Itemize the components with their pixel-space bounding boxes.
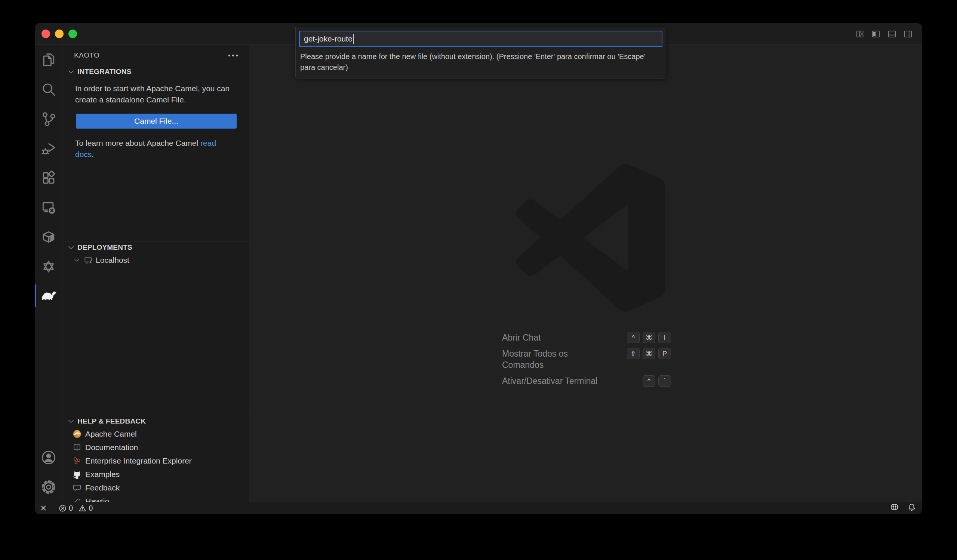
comment-icon (72, 483, 82, 493)
status-bar: 0 0 (35, 502, 922, 514)
toggle-panel-icon[interactable] (887, 29, 897, 39)
shortcut-row: Ativar/Desativar Terminal ^ ` (502, 375, 671, 386)
activity-run-debug[interactable] (35, 134, 62, 163)
account-icon (40, 450, 57, 466)
help-item-documentation[interactable]: Documentation (62, 441, 249, 454)
desktop: KAOTO INTEGRATIONS In order to start wit… (0, 0, 957, 560)
editor-area: Abrir Chat ^ ⌘ I Mostrar Todos os Comand… (250, 45, 922, 502)
layout-controls (855, 29, 922, 39)
notifications-bell-icon[interactable] (907, 502, 917, 514)
book-icon (72, 443, 82, 452)
activity-extensions[interactable] (35, 163, 62, 192)
remote-icon (39, 503, 49, 513)
section-header-label: INTEGRATIONS (77, 68, 131, 76)
help-item-label: Documentation (85, 443, 138, 452)
text-caret (353, 34, 354, 44)
close-button[interactable] (41, 30, 50, 38)
workbench: KAOTO INTEGRATIONS In order to start wit… (35, 45, 922, 502)
deployment-localhost[interactable]: Localhost (62, 254, 249, 267)
section-help-feedback: HELP & FEEDBACK Apache Camel (62, 415, 249, 502)
minimize-button[interactable] (55, 30, 63, 38)
accounts-button[interactable] (35, 443, 62, 472)
tree-item-label: Localhost (96, 256, 129, 265)
files-icon (40, 52, 57, 68)
help-item-label: Examples (85, 470, 120, 479)
sidebar: KAOTO INTEGRATIONS In order to start wit… (62, 45, 250, 502)
shortcut-keys: ^ ` (643, 375, 671, 386)
status-bar-right (889, 502, 922, 514)
learn-more-prefix: To learn more about Apache Camel (75, 139, 201, 147)
activity-search[interactable] (35, 74, 62, 104)
section-deployments-header[interactable]: DEPLOYMENTS (62, 241, 249, 254)
quick-input-value: get-joke-route (304, 35, 352, 43)
shortcut-row: Abrir Chat ^ ⌘ I (502, 332, 671, 343)
activity-containers[interactable] (35, 222, 62, 252)
quick-input-field[interactable]: get-joke-route (299, 31, 662, 47)
watermark-shortcuts: Abrir Chat ^ ⌘ I Mostrar Todos os Comand… (502, 332, 671, 391)
eip-circles-icon (72, 456, 82, 466)
zoom-button[interactable] (68, 30, 77, 38)
hawtio-icon (72, 497, 82, 502)
camel-file-button[interactable]: Camel File... (76, 114, 237, 129)
help-item-label: Enterprise Integration Explorer (85, 456, 192, 465)
section-header-label: HELP & FEEDBACK (77, 417, 146, 426)
shortcut-label: Mostrar Todos os Comandos (502, 348, 600, 371)
activity-source-control[interactable] (35, 104, 62, 134)
activity-bar (35, 45, 62, 502)
section-help-header[interactable]: HELP & FEEDBACK (62, 415, 249, 427)
toggle-secondary-sidebar-icon[interactable] (903, 29, 913, 39)
extensions-icon (40, 170, 57, 186)
containers-icon (40, 229, 57, 245)
github-icon (72, 470, 82, 479)
gear-icon (40, 479, 57, 495)
sidebar-title-row: KAOTO (62, 45, 249, 66)
source-control-icon (40, 110, 57, 127)
help-item-feedback[interactable]: Feedback (62, 481, 249, 495)
help-item-label: Feedback (85, 483, 120, 492)
remote-indicator[interactable] (35, 503, 49, 513)
shortcut-label: Abrir Chat (502, 332, 541, 343)
chevron-down-icon (66, 416, 76, 426)
activity-openai[interactable] (35, 252, 62, 281)
help-item-enterprise-integration-explorer[interactable]: Enterprise Integration Explorer (62, 454, 249, 468)
section-header-label: DEPLOYMENTS (77, 243, 132, 252)
shortcut-label: Ativar/Desativar Terminal (502, 375, 597, 386)
problems-status[interactable]: 0 0 (58, 504, 93, 513)
chevron-down-icon (73, 256, 81, 264)
section-integrations-header[interactable]: INTEGRATIONS (62, 66, 249, 78)
key-letter: P (658, 348, 671, 359)
key-cmd: ⌘ (643, 348, 655, 359)
more-actions-icon[interactable] (226, 52, 240, 59)
shortcut-row: Mostrar Todos os Comandos ⇧ ⌘ P (502, 348, 671, 371)
help-item-examples[interactable]: Examples (62, 468, 249, 481)
activity-remote-explorer[interactable] (35, 192, 62, 222)
quick-input-prompt: Please provide a name for the new file (… (299, 47, 654, 73)
customize-layout-icon[interactable] (855, 29, 865, 39)
help-item-label: Hawtio (85, 497, 109, 502)
help-item-apache-camel[interactable]: Apache Camel (62, 427, 249, 441)
quick-input-widget: get-joke-route Please provide a name for… (295, 27, 666, 79)
activity-kaoto[interactable] (35, 281, 62, 311)
activity-explorer[interactable] (35, 45, 62, 74)
sidebar-title: KAOTO (74, 51, 99, 60)
search-icon (40, 81, 57, 98)
localhost-monitor-icon (84, 256, 93, 265)
key-ctrl: ^ (643, 375, 655, 386)
settings-button[interactable] (35, 472, 62, 502)
learn-more-suffix: . (92, 150, 94, 158)
copilot-icon[interactable] (889, 502, 899, 514)
chevron-down-icon (66, 67, 76, 77)
chevron-down-icon (66, 243, 76, 252)
key-ctrl: ^ (627, 332, 640, 343)
help-item-hawtio[interactable]: Hawtio (62, 495, 249, 502)
key-shift: ⇧ (627, 348, 640, 359)
run-and-debug-icon (40, 140, 57, 157)
learn-more-text: To learn more about Apache Camel read do… (62, 129, 249, 160)
toggle-primary-sidebar-icon[interactable] (871, 29, 881, 39)
integrations-description: In order to start with Apache Camel, you… (62, 78, 249, 106)
vscode-watermark-logo (516, 163, 665, 312)
error-count: 0 (69, 504, 73, 513)
remote-explorer-icon (40, 199, 57, 216)
warning-count: 0 (88, 504, 93, 513)
openai-icon (40, 258, 57, 275)
